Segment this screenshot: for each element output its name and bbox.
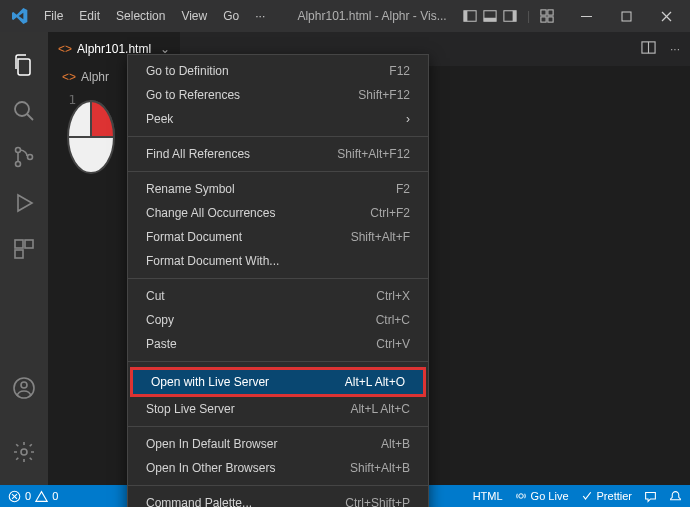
svg-rect-7 [548, 10, 553, 15]
title-right: | [461, 2, 686, 30]
context-menu-item[interactable]: Open In Other BrowsersShift+Alt+B [128, 456, 428, 480]
context-menu-label: Open In Default Browser [146, 437, 277, 451]
context-menu-item[interactable]: Rename SymbolF2 [128, 177, 428, 201]
svg-point-18 [28, 155, 33, 160]
menu-go[interactable]: Go [215, 3, 247, 29]
context-menu-shortcut: Shift+Alt+F12 [337, 147, 410, 161]
status-errors[interactable]: 0 0 [8, 490, 58, 503]
context-menu-item[interactable]: CopyCtrl+C [128, 308, 428, 332]
status-language[interactable]: HTML [473, 490, 503, 502]
context-menu-shortcut: Ctrl+V [376, 337, 410, 351]
context-menu-item[interactable]: Change All OccurrencesCtrl+F2 [128, 201, 428, 225]
context-menu-shortcut: Ctrl+X [376, 289, 410, 303]
svg-point-17 [16, 162, 21, 167]
context-menu-separator [128, 426, 428, 427]
title-bar: File Edit Selection View Go ··· Alphr101… [0, 0, 690, 32]
context-menu-item[interactable]: Stop Live ServerAlt+L Alt+C [128, 397, 428, 421]
minimize-button[interactable] [566, 2, 606, 30]
error-count: 0 [25, 490, 31, 502]
svg-rect-5 [513, 11, 517, 22]
svg-point-24 [21, 449, 27, 455]
svg-rect-11 [622, 12, 631, 21]
accounts-icon[interactable] [12, 376, 36, 400]
maximize-button[interactable] [606, 2, 646, 30]
vscode-icon [12, 8, 28, 24]
svg-rect-3 [484, 18, 496, 22]
split-editor-icon[interactable] [641, 40, 656, 58]
extensions-icon[interactable] [12, 237, 36, 261]
menu-edit[interactable]: Edit [71, 3, 108, 29]
context-menu-item[interactable]: Open with Live ServerAlt+L Alt+O [133, 370, 423, 394]
svg-point-16 [16, 148, 21, 153]
context-menu-separator [128, 361, 428, 362]
status-bell-icon[interactable] [669, 490, 682, 503]
source-control-icon[interactable] [12, 145, 36, 169]
menu-more[interactable]: ··· [247, 3, 273, 29]
context-menu-highlight: Open with Live ServerAlt+L Alt+O [130, 367, 426, 397]
breadcrumb-label: Alphr [81, 70, 109, 84]
context-menu-shortcut: F12 [389, 64, 410, 78]
context-menu-shortcut: Shift+Alt+B [350, 461, 410, 475]
context-menu-item[interactable]: Peek› [128, 107, 428, 131]
context-menu-shortcut: Ctrl+Shift+P [345, 496, 410, 507]
menu-view[interactable]: View [173, 3, 215, 29]
context-menu-item[interactable]: Open In Default BrowserAlt+B [128, 432, 428, 456]
context-menu-item[interactable]: Go to ReferencesShift+F12 [128, 83, 428, 107]
context-menu-shortcut: Alt+L Alt+C [350, 402, 410, 416]
context-menu-label: Open with Live Server [151, 375, 269, 389]
svg-rect-9 [548, 17, 553, 22]
warning-count: 0 [52, 490, 58, 502]
context-menu-shortcut: Alt+B [381, 437, 410, 451]
context-menu-item[interactable]: CutCtrl+X [128, 284, 428, 308]
menu-selection[interactable]: Selection [108, 3, 173, 29]
menu-bar: File Edit Selection View Go ··· [36, 3, 273, 29]
run-debug-icon[interactable] [12, 191, 36, 215]
html-file-icon: <> [58, 42, 72, 56]
prettier-label: Prettier [597, 490, 632, 502]
divider: | [527, 9, 530, 23]
context-menu-item[interactable]: Find All ReferencesShift+Alt+F12 [128, 142, 428, 166]
context-menu-item[interactable]: Go to DefinitionF12 [128, 59, 428, 83]
svg-rect-19 [15, 240, 23, 248]
close-button[interactable] [646, 2, 686, 30]
svg-rect-8 [541, 17, 546, 22]
context-menu-label: Format Document With... [146, 254, 279, 268]
status-prettier[interactable]: Prettier [581, 490, 632, 502]
context-menu-item[interactable]: Command Palette...Ctrl+Shift+P [128, 491, 428, 507]
svg-rect-10 [581, 16, 592, 17]
customize-layout-icon[interactable] [538, 7, 556, 25]
context-menu-item[interactable]: Format Document With... [128, 249, 428, 273]
mouse-cursor-indicator [65, 98, 117, 176]
search-icon[interactable] [12, 99, 36, 123]
toggle-panel-left-icon[interactable] [461, 7, 479, 25]
context-menu-label: Find All References [146, 147, 250, 161]
settings-gear-icon[interactable] [12, 440, 36, 464]
context-menu-shortcut: Shift+Alt+F [351, 230, 410, 244]
more-actions-icon[interactable]: ··· [670, 42, 680, 56]
html-file-icon: <> [62, 70, 76, 84]
context-menu-label: Format Document [146, 230, 242, 244]
svg-point-33 [518, 494, 523, 499]
context-menu-label: Open In Other Browsers [146, 461, 275, 475]
status-golive[interactable]: Go Live [515, 490, 569, 502]
toggle-panel-bottom-icon[interactable] [481, 7, 499, 25]
context-menu-shortcut: Alt+L Alt+O [345, 375, 405, 389]
context-menu-item[interactable]: Format DocumentShift+Alt+F [128, 225, 428, 249]
context-menu-label: Stop Live Server [146, 402, 235, 416]
context-menu-separator [128, 278, 428, 279]
svg-rect-6 [541, 10, 546, 15]
chevron-right-icon: › [406, 112, 410, 126]
context-menu-shortcut: Shift+F12 [358, 88, 410, 102]
context-menu-label: Copy [146, 313, 174, 327]
status-feedback-icon[interactable] [644, 490, 657, 503]
context-menu-label: Cut [146, 289, 165, 303]
toggle-panel-right-icon[interactable] [501, 7, 519, 25]
context-menu-shortcut: F2 [396, 182, 410, 196]
explorer-icon[interactable] [12, 53, 36, 77]
context-menu-label: Go to References [146, 88, 240, 102]
menu-file[interactable]: File [36, 3, 71, 29]
context-menu-shortcut: Ctrl+F2 [370, 206, 410, 220]
context-menu-item[interactable]: PasteCtrl+V [128, 332, 428, 356]
golive-label: Go Live [531, 490, 569, 502]
svg-point-23 [21, 382, 27, 388]
